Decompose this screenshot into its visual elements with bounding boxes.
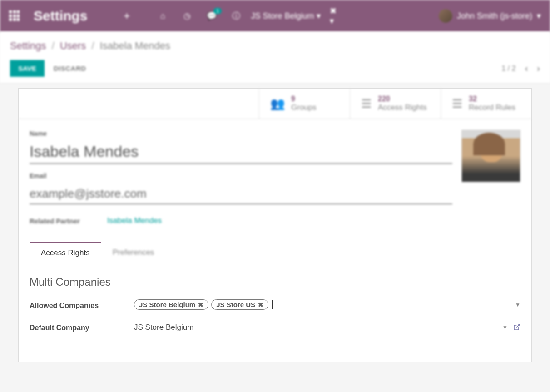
messages-badge: 1 — [213, 8, 222, 14]
external-link-icon[interactable] — [513, 323, 520, 332]
company-tag: JS Store Belgium ✖ — [134, 299, 208, 310]
tab-access-rights[interactable]: Access Rights — [30, 242, 101, 263]
stat-groups-num: 9 — [291, 95, 317, 103]
tag-remove-icon[interactable]: ✖ — [198, 301, 203, 308]
user-menu[interactable]: John Smith (js-store) ▾ — [439, 9, 541, 23]
stat-rules[interactable]: ☰ 32 Record Rules — [441, 89, 531, 119]
company-tag: JS Store US ✖ — [211, 299, 268, 310]
tabs: Access Rights Preferences — [30, 242, 520, 263]
stat-access[interactable]: ☰ 220 Access Rights — [350, 89, 441, 119]
email-input[interactable] — [30, 184, 452, 204]
default-company-value: JS Store Belgium — [134, 323, 193, 332]
stats-row: 👥 9 Groups ☰ 220 Access Rights ☰ 32 Reco… — [19, 89, 531, 119]
breadcrumb-mid[interactable]: Users — [60, 40, 86, 51]
allowed-companies-input[interactable]: JS Store Belgium ✖ JS Store US ✖ ▼ — [134, 299, 520, 312]
home-icon[interactable]: ⌂ — [157, 10, 168, 21]
breadcrumb-root[interactable]: Settings — [10, 40, 46, 51]
info-icon[interactable]: ⓘ — [231, 10, 242, 21]
pager-next-icon[interactable]: › — [537, 63, 540, 74]
svg-line-0 — [516, 324, 520, 327]
pager-prev-icon[interactable]: ‹ — [525, 63, 528, 74]
tag-label: JS Store US — [216, 301, 255, 308]
related-partner-link[interactable]: Isabela Mendes — [107, 216, 162, 225]
user-name: John Smith (js-store) — [457, 11, 532, 21]
header-area: Settings / Users / Isabela Mendes SAVE D… — [0, 32, 550, 84]
stat-access-label: Access Rights — [378, 103, 427, 112]
allowed-companies-label: Allowed Companies — [30, 302, 134, 310]
form-card: 👥 9 Groups ☰ 220 Access Rights ☰ 32 Reco… — [18, 88, 532, 362]
stat-rules-label: Record Rules — [469, 103, 515, 112]
close-icon[interactable]: ✖ ▾ — [330, 10, 341, 21]
company-name: JS Store Belgium — [251, 11, 314, 21]
tab-preferences[interactable]: Preferences — [101, 242, 166, 263]
related-partner-label: Related Partner — [30, 217, 80, 225]
breadcrumb-leaf: Isabela Mendes — [100, 40, 170, 51]
breadcrumb: Settings / Users / Isabela Mendes — [10, 40, 540, 52]
stat-groups[interactable]: 👥 9 Groups — [259, 89, 350, 119]
list-icon: ☰ — [361, 97, 372, 111]
chevron-down-icon[interactable]: ▼ — [515, 302, 520, 308]
chevron-down-icon: ▾ — [537, 11, 541, 21]
avatar-icon — [439, 9, 452, 23]
chevron-down-icon: ▾ — [317, 11, 321, 21]
tag-remove-icon[interactable]: ✖ — [258, 301, 263, 308]
tag-label: JS Store Belgium — [139, 301, 195, 308]
stat-access-num: 220 — [378, 95, 427, 103]
discard-button[interactable]: DISCARD — [54, 65, 86, 72]
new-icon[interactable]: + — [124, 10, 130, 22]
chevron-down-icon: ▼ — [502, 324, 508, 331]
name-input[interactable] — [30, 140, 452, 164]
pager: 1 / 2 ‹ › — [502, 63, 540, 74]
section-title: Multi Companies — [30, 276, 520, 288]
topbar: Settings + ⌂ ◷ 💬1 ⓘ JS Store Belgium ▾ ✖… — [0, 0, 550, 32]
app-title: Settings — [34, 8, 87, 24]
apps-icon[interactable] — [9, 10, 20, 21]
email-label: Email — [30, 172, 452, 179]
company-switcher[interactable]: JS Store Belgium ▾ — [251, 11, 321, 21]
text-cursor — [272, 300, 273, 309]
multi-companies-section: Multi Companies Allowed Companies JS Sto… — [30, 263, 520, 362]
save-button[interactable]: SAVE — [10, 60, 45, 77]
stat-groups-label: Groups — [291, 103, 317, 112]
default-company-label: Default Company — [30, 324, 134, 332]
messages-icon[interactable]: 💬1 — [206, 10, 217, 21]
groups-icon: 👥 — [270, 97, 285, 111]
list-icon: ☰ — [452, 97, 462, 111]
pager-count: 1 / 2 — [502, 65, 516, 73]
user-avatar[interactable] — [461, 130, 520, 182]
name-label: Name — [30, 130, 452, 137]
stat-rules-num: 32 — [469, 95, 515, 103]
clock-icon[interactable]: ◷ — [182, 10, 193, 21]
default-company-select[interactable]: JS Store Belgium ▼ — [134, 320, 508, 335]
